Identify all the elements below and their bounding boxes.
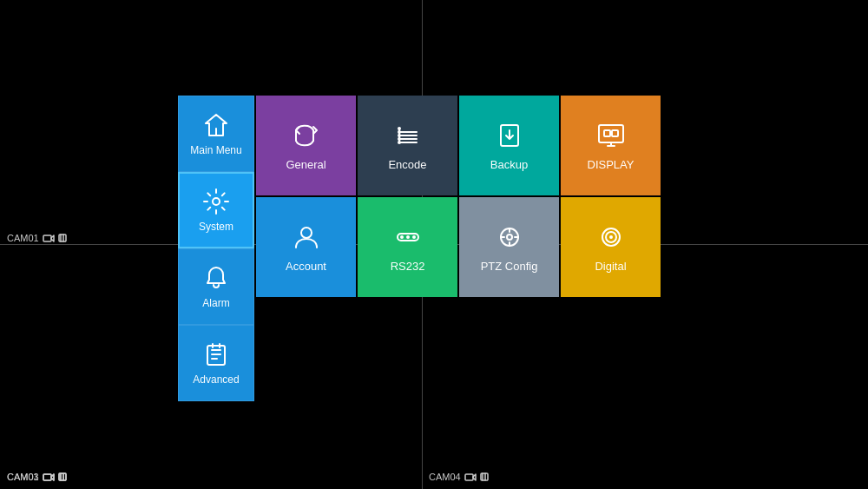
svg-point-39	[406, 235, 410, 239]
svg-rect-12	[465, 474, 473, 480]
grid-item-encode[interactable]: Encode	[358, 96, 457, 195]
svg-rect-5	[59, 235, 66, 241]
sidebar-item-system[interactable]: System	[178, 172, 254, 248]
sidebar-item-alarm[interactable]: Alarm	[178, 248, 254, 325]
svg-point-29	[398, 141, 401, 144]
grid-item-backup[interactable]: Backup	[459, 96, 559, 195]
grid-item-general[interactable]: General	[256, 96, 356, 195]
svg-rect-8	[43, 474, 51, 480]
sidebar-item-advanced[interactable]: Advanced	[178, 325, 254, 401]
svg-rect-9	[59, 473, 66, 480]
svg-rect-35	[612, 130, 618, 136]
svg-point-16	[213, 198, 220, 205]
grid-item-display[interactable]: DISPLAY	[561, 96, 661, 195]
grid-item-digital[interactable]: Digital	[561, 197, 661, 297]
menu-grid: General Encode Backu	[256, 96, 661, 401]
grid-item-rs232[interactable]: RS232	[358, 197, 457, 297]
svg-point-25	[398, 127, 401, 130]
menu-overlay: Main Menu System Alarm Advanc	[178, 96, 661, 401]
svg-point-42	[507, 235, 512, 240]
svg-point-36	[301, 228, 312, 238]
grid-item-ptz-config[interactable]: PTZ Config	[459, 197, 559, 297]
svg-rect-4	[43, 235, 51, 241]
svg-rect-13	[481, 473, 488, 480]
svg-point-28	[398, 137, 401, 141]
sidebar-item-main-menu[interactable]: Main Menu	[178, 96, 254, 172]
cam03-label: CAM03	[7, 472, 67, 482]
svg-rect-34	[604, 130, 610, 136]
cam04-label: CAM04	[429, 472, 489, 482]
grid-item-account[interactable]: Account	[256, 197, 356, 297]
svg-point-27	[398, 134, 401, 137]
svg-point-40	[412, 235, 416, 239]
svg-point-26	[398, 130, 401, 134]
cam01-top-label: CAM01	[7, 233, 67, 243]
svg-point-38	[400, 235, 404, 239]
sidebar: Main Menu System Alarm Advanc	[178, 96, 254, 401]
svg-point-49	[609, 235, 613, 239]
